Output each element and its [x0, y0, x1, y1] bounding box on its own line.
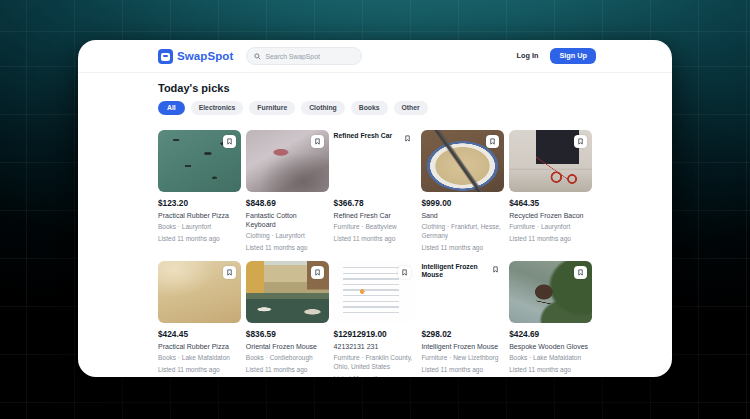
listing-grid: $123.20 Practical Rubber Pizza Books · L…	[158, 130, 592, 377]
filter-chip-electronics[interactable]: Electronics	[191, 101, 244, 115]
bookmark-icon	[577, 138, 584, 145]
listing-date: Listed 11 months ago	[158, 366, 241, 373]
listing-card[interactable]: $424.45 Practical Rubber Pizza Books · L…	[158, 261, 241, 373]
bookmark-icon	[404, 135, 411, 142]
listing-date: Listed 11 months ago	[334, 235, 417, 242]
filter-chip-clothing[interactable]: Clothing	[301, 101, 345, 115]
listing-price: $298.02	[421, 329, 504, 339]
search-icon	[254, 53, 261, 60]
listing-title: Fantastic Cotton Keyboard	[246, 211, 329, 229]
listing-title: Refined Fresh Car	[334, 211, 417, 220]
image-alt-text: Refined Fresh Car	[334, 132, 403, 140]
listing-card[interactable]: Intelligent Frozen Mouse $298.02 Intelli…	[421, 261, 504, 373]
listing-price: $123.20	[158, 198, 241, 208]
listing-photo	[421, 130, 504, 192]
bookmark-button[interactable]	[401, 132, 414, 145]
login-link[interactable]: Log In	[517, 51, 539, 60]
filter-chip-other[interactable]: Other	[394, 101, 428, 115]
listing-card[interactable]: $123.20 Practical Rubber Pizza Books · L…	[158, 130, 241, 242]
listing-card[interactable]: $464.35 Recycled Frozen Bacon Furniture …	[509, 130, 592, 242]
listing-meta: Furniture · New Lizethborg	[421, 354, 504, 363]
listing-price: $424.45	[158, 329, 241, 339]
listing-title: Sand	[421, 211, 504, 220]
bookmark-icon	[226, 269, 233, 276]
listing-title: Intelligent Frozen Mouse	[421, 342, 504, 351]
swapspot-logo[interactable]: SwapSpot	[158, 49, 233, 64]
bookmark-icon	[314, 138, 321, 145]
listing-photo-missing: Refined Fresh Car	[334, 130, 417, 192]
listing-meta: Books · Laurynfort	[158, 223, 241, 232]
filter-chip-books[interactable]: Books	[351, 101, 388, 115]
listing-photo	[246, 130, 329, 192]
listing-date: Listed 11 months ago	[334, 375, 417, 377]
listing-date: Listed 11 months ago	[509, 235, 592, 242]
listing-card[interactable]: $12912919.00 42132131 231 Furniture · Fr…	[334, 261, 417, 377]
listing-title: Bespoke Wooden Gloves	[509, 342, 592, 351]
bookmark-button[interactable]	[311, 266, 324, 279]
listing-meta: Books · Cordieborough	[246, 354, 329, 363]
swapspot-window: SwapSpot Log In Sign Up Today's picks Al…	[78, 40, 672, 377]
filter-chip-all[interactable]: All	[158, 101, 185, 115]
listing-meta: Clothing · Frankfurt, Hesse, Germany	[421, 223, 504, 241]
listing-date: Listed 11 months ago	[246, 366, 329, 373]
bookmark-button[interactable]	[223, 266, 236, 279]
header-actions: Log In Sign Up	[517, 48, 596, 63]
listing-date: Listed 11 months ago	[421, 366, 504, 373]
bookmark-icon	[492, 266, 499, 273]
listing-date: Listed 11 months ago	[246, 244, 329, 251]
bookmark-button[interactable]	[223, 135, 236, 148]
main-content: Today's picks All Electronics Furniture …	[78, 82, 672, 377]
bookmark-button[interactable]	[574, 135, 587, 148]
bookmark-icon	[577, 269, 584, 276]
listing-title: 42132131 231	[334, 342, 417, 351]
bookmark-button[interactable]	[574, 266, 587, 279]
listing-date: Listed 11 months ago	[421, 244, 504, 251]
listing-price: $12912919.00	[334, 329, 417, 339]
listing-card[interactable]: $999.00 Sand Clothing · Frankfurt, Hesse…	[421, 130, 504, 251]
listing-photo	[509, 261, 592, 323]
listing-card[interactable]: Refined Fresh Car $366.78 Refined Fresh …	[334, 130, 417, 242]
bookmark-button[interactable]	[489, 263, 502, 276]
listing-title: Oriental Frozen Mouse	[246, 342, 329, 351]
listing-price: $366.78	[334, 198, 417, 208]
swapspot-bag-icon	[158, 49, 173, 64]
search-input[interactable]	[265, 53, 354, 60]
listing-photo	[334, 261, 417, 323]
listing-meta: Furniture · Laurynfort	[509, 223, 592, 232]
bookmark-icon	[314, 269, 321, 276]
listing-meta: Books · Lake Mafaldaton	[158, 354, 241, 363]
listing-title: Practical Rubber Pizza	[158, 211, 241, 220]
listing-title: Practical Rubber Pizza	[158, 342, 241, 351]
listing-price: $424.69	[509, 329, 592, 339]
listing-price: $999.00	[421, 198, 504, 208]
listing-photo-missing: Intelligent Frozen Mouse	[421, 261, 504, 323]
search-box[interactable]	[246, 47, 362, 65]
bookmark-icon	[489, 138, 496, 145]
listing-photo	[509, 130, 592, 192]
app-header: SwapSpot Log In Sign Up	[78, 40, 672, 73]
bookmark-button[interactable]	[486, 135, 499, 148]
bookmark-button[interactable]	[398, 266, 411, 279]
listing-card[interactable]: $424.69 Bespoke Wooden Gloves Books · La…	[509, 261, 592, 373]
listing-date: Listed 11 months ago	[509, 366, 592, 373]
page-title: Today's picks	[158, 82, 592, 94]
brand-name: SwapSpot	[177, 50, 233, 62]
bookmark-icon	[226, 138, 233, 145]
listing-date: Listed 11 months ago	[158, 235, 241, 242]
image-alt-text: Intelligent Frozen Mouse	[421, 263, 490, 280]
listing-price: $836.59	[246, 329, 329, 339]
listing-meta: Clothing · Laurynfort	[246, 232, 329, 241]
listing-meta: Books · Lake Mafaldaton	[509, 354, 592, 363]
listing-meta: Furniture · Beattyview	[334, 223, 417, 232]
listing-card[interactable]: $848.69 Fantastic Cotton Keyboard Clothi…	[246, 130, 329, 251]
filter-chip-furniture[interactable]: Furniture	[249, 101, 295, 115]
listing-card[interactable]: $836.59 Oriental Frozen Mouse Books · Co…	[246, 261, 329, 373]
listing-meta: Furniture · Franklin County, Ohio, Unite…	[334, 354, 417, 372]
bookmark-icon	[401, 269, 408, 276]
listing-photo	[158, 130, 241, 192]
bookmark-button[interactable]	[311, 135, 324, 148]
signup-button[interactable]: Sign Up	[550, 48, 596, 63]
category-filter-bar: All Electronics Furniture Clothing Books…	[158, 101, 592, 115]
listing-price: $464.35	[509, 198, 592, 208]
listing-title: Recycled Frozen Bacon	[509, 211, 592, 220]
